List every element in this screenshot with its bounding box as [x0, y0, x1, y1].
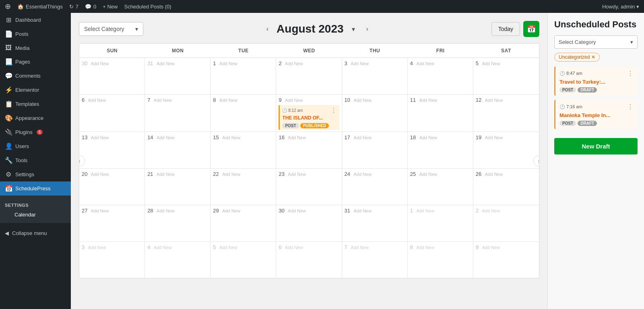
add-new-link[interactable]: Add New [351, 61, 369, 66]
add-new-link[interactable]: Add New [219, 61, 237, 66]
sidebar-item-posts[interactable]: 📄 Posts [0, 27, 71, 41]
sidebar-item-settings[interactable]: ⚙ Settings [0, 167, 71, 181]
calendar-view-button[interactable]: 📅 [523, 21, 539, 37]
add-new-link[interactable]: Add New [353, 98, 372, 103]
add-new-link[interactable]: Add New [353, 135, 372, 140]
sidebar-item-media[interactable]: 🖼 Media [0, 41, 71, 55]
next-month-button[interactable]: › [363, 24, 372, 34]
today-button[interactable]: Today [491, 22, 520, 36]
calendar-day-20: 20 Add New [79, 169, 145, 205]
calendar-day-27: 27 Add New [79, 205, 145, 241]
add-new-link[interactable]: Add New [157, 135, 175, 140]
site-name[interactable]: 🏠 EssentialThings [17, 4, 63, 10]
add-new-link[interactable]: Add New [222, 208, 240, 213]
month-dropdown-button[interactable]: ▾ [349, 24, 358, 35]
wp-logo[interactable]: ⊕ [5, 2, 11, 11]
calendar-week-3: 13 Add New 14 Add New 15 Add New 16 [79, 132, 539, 169]
calendar-day-31: 31 Add New [342, 205, 408, 241]
sidebar-item-dashboard[interactable]: ⊞ Dashboard [0, 13, 71, 27]
add-new-link[interactable]: Add New [157, 208, 175, 213]
add-new-link[interactable]: Add New [482, 208, 500, 213]
calendar-day-28: 28 Add New [145, 205, 211, 241]
appearance-icon: 🎨 [5, 114, 12, 122]
add-new-link[interactable]: Add New [88, 245, 106, 250]
add-new-link[interactable]: Add New [88, 98, 106, 103]
panel-category-select[interactable]: Select Category ▾ [554, 35, 638, 49]
prev-month-button[interactable]: ‹ [263, 24, 272, 34]
add-new-link[interactable]: Add New [419, 172, 438, 177]
sidebar-item-plugins[interactable]: 🔌 Plugins 6 [0, 125, 71, 139]
sidebar-sub-calendar[interactable]: Calendar [0, 209, 71, 220]
add-new-link[interactable]: Add New [91, 135, 109, 140]
howdy-text[interactable]: Howdy, admin ▾ [602, 4, 639, 10]
add-new-link[interactable]: Add New [154, 98, 172, 103]
add-new-link[interactable]: Add New [157, 61, 175, 66]
add-new-link[interactable]: Add New [419, 135, 438, 140]
post-options-button[interactable]: ⋮ [330, 107, 337, 114]
add-new-link[interactable]: Add New [91, 172, 109, 177]
calendar-grid-icon: 📅 [527, 25, 536, 33]
day-number: 31 [147, 60, 153, 66]
add-new-link[interactable]: Add New [416, 208, 434, 213]
add-new-link[interactable]: Add New [154, 245, 172, 250]
add-new-link[interactable]: Add New [482, 245, 500, 250]
sidebar-item-pages[interactable]: 📃 Pages [0, 55, 71, 69]
add-new-link[interactable]: Add New [157, 172, 175, 177]
clock-icon: 🕐 8:12 am [282, 108, 303, 113]
add-new-link[interactable]: Add New [91, 61, 109, 66]
add-new-link[interactable]: Add New [485, 135, 503, 140]
add-new-link[interactable]: Add New [485, 172, 503, 177]
scheduled-posts-item[interactable]: Scheduled Posts (0) [124, 4, 171, 10]
category-select-dropdown[interactable]: Select Category ▾ [79, 22, 143, 36]
unscheduled-post-card-1[interactable]: 🕐 8:47 am ⋮ Travel to Turkey:... POST DR… [554, 66, 638, 96]
sidebar-item-schedulepress[interactable]: 📅 SchedulePress [0, 181, 71, 196]
new-item[interactable]: + New [103, 4, 118, 10]
add-new-link[interactable]: Add New [222, 172, 240, 177]
unscheduled-post-card-2[interactable]: 🕐 7:16 am ⋮ Manioka Temple In... POST DR… [554, 100, 638, 129]
add-new-link[interactable]: Add New [353, 172, 372, 177]
post-options-button-2[interactable]: ⋮ [627, 103, 634, 111]
day-number: 21 [147, 171, 153, 177]
day-number: 20 [82, 171, 87, 177]
post-options-button-1[interactable]: ⋮ [627, 70, 634, 77]
uncategorized-label: Uncategorized [559, 54, 590, 60]
calendar-day-6: 6 Add New [79, 95, 145, 132]
add-new-link[interactable]: Add New [485, 98, 503, 103]
calendar-day-2-next: 2 Add New [473, 205, 539, 241]
collapse-menu[interactable]: ◀ Collapse menu [0, 226, 71, 240]
add-new-link[interactable]: Add New [288, 172, 306, 177]
post-card[interactable]: 🕐 8:12 am ⋮ THE ISLAND OF... POST PUBLIS… [279, 105, 339, 130]
add-new-link[interactable]: Add New [288, 208, 306, 213]
add-new-link[interactable]: Add New [416, 245, 434, 250]
sidebar-item-templates[interactable]: 📋 Templates [0, 97, 71, 111]
calendar-day-14: 14 Add New [145, 132, 211, 168]
add-new-link[interactable]: Add New [285, 98, 303, 103]
comments-item[interactable]: 💬 0 [85, 4, 96, 10]
add-new-link[interactable]: Add New [219, 245, 237, 250]
add-new-link[interactable]: Add New [351, 245, 369, 250]
sidebar-item-users[interactable]: 👤 Users [0, 139, 71, 153]
add-new-link[interactable]: Add New [419, 98, 438, 103]
add-new-link[interactable]: Add New [285, 61, 303, 66]
add-new-link[interactable]: Add New [288, 135, 306, 140]
add-new-link[interactable]: Add New [482, 61, 500, 66]
remove-filter-icon[interactable]: ✕ [591, 54, 595, 60]
calendar-day-1: 1 Add New [211, 58, 276, 94]
add-new-link[interactable]: Add New [285, 245, 303, 250]
updates-item[interactable]: ↻ 7 [69, 4, 78, 10]
sidebar-item-tools[interactable]: 🔧 Tools [0, 153, 71, 167]
add-new-link[interactable]: Add New [353, 208, 372, 213]
calendar-day-7-next: 7 Add New [342, 242, 408, 278]
add-new-link[interactable]: Add New [91, 208, 109, 213]
add-new-link[interactable]: Add New [222, 135, 240, 140]
sidebar-item-appearance[interactable]: 🎨 Appearance [0, 111, 71, 125]
calendar-day-24: 24 Add New [342, 169, 408, 205]
new-draft-button[interactable]: New Draft [554, 138, 638, 154]
sidebar-item-comments[interactable]: 💬 Comments [0, 69, 71, 83]
calendar-day-8: 8 Add New [211, 95, 276, 132]
sidebar-item-elementor[interactable]: ⚡ Elementor [0, 83, 71, 97]
add-new-link[interactable]: Add New [219, 98, 237, 103]
uncategorized-filter[interactable]: Uncategorized ✕ [554, 53, 638, 66]
upc-title-1: Travel to Turkey:... [559, 79, 634, 85]
add-new-link[interactable]: Add New [416, 61, 434, 66]
